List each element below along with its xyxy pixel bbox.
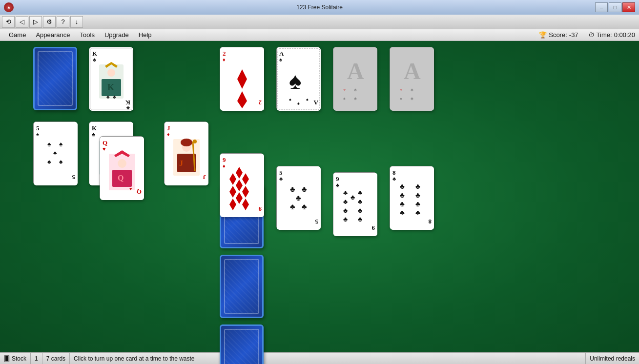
tableau-col-7-top[interactable]: 8 ♣ 8 ♣ ♣ ♣ ♣ ♣ ♣ ♣ ♣ [390,166,433,229]
svg-text:K: K [92,124,97,132]
foundation-2-diamonds[interactable]: 2 ♦ 2 [220,47,264,110]
time-display: ⏱ Time: 0:00:20 [588,31,635,39]
menu-appearance[interactable]: Appearance [31,29,75,40]
toolbar-btn-undo[interactable]: ⟲ [2,16,15,28]
status-area-label: 🂠 Stock [0,353,31,364]
svg-text:♠: ♠ [59,141,63,148]
toolbar-btn-settings[interactable]: ⚙ [43,16,56,28]
toolbar-btn-more[interactable]: ↓ [70,16,83,28]
svg-text:♣: ♣ [358,207,362,214]
svg-text:♣: ♣ [392,176,396,182]
svg-text:♣: ♣ [358,189,362,197]
toolbar-btn-back[interactable]: ◁ [16,16,28,28]
menu-tools[interactable]: Tools [75,29,100,40]
svg-text:9: 9 [258,205,262,213]
svg-text:K: K [107,82,114,92]
window-title: 123 Free Solitaire [296,4,343,11]
svg-text:♠: ♠ [59,158,63,165]
maximize-button[interactable]: □ [609,2,621,12]
svg-text:♣: ♣ [358,216,362,223]
tableau-col-3-jack[interactable]: J ♦ J J [164,121,208,185]
menu-upgrade[interactable]: Upgrade [100,29,134,40]
svg-text:♣: ♣ [343,216,348,223]
svg-text:2: 2 [223,50,226,57]
minimize-button[interactable]: – [595,2,608,12]
window-controls: – □ ✕ [595,2,635,12]
svg-rect-100 [333,173,377,236]
svg-text:♠: ♠ [306,97,309,102]
svg-text:♣: ♣ [296,194,301,202]
svg-text:♣: ♣ [106,94,110,100]
svg-text:♣: ♣ [400,191,405,199]
svg-text:♠: ♠ [297,101,300,106]
title-bar-left: ♠ [4,2,14,12]
close-button[interactable]: ✕ [622,2,635,12]
svg-text:♠: ♠ [279,57,282,62]
foundation-empty-2[interactable]: A ♥ ♣ ♠ ♣ [390,47,433,110]
svg-text:♣: ♣ [415,200,420,208]
svg-text:♥: ♥ [103,146,106,152]
app-icon: ♠ [4,2,14,12]
tableau-col-1[interactable]: 5 ♠ 5 ♠ ♠ ♠ ♠ ♠ [33,121,77,185]
score-value: -37 [569,31,578,39]
time-value: 0:00:20 [614,31,635,39]
title-bar: ♠ 123 Free Solitaire – □ ✕ [0,0,639,15]
foundation-ace-spades[interactable]: A ♠ A ♠ ♠ ♠ ♠ [276,47,320,110]
status-bar: 🂠 Stock 1 7 cards Click to turn up one c… [0,352,639,364]
svg-text:♣: ♣ [343,198,348,205]
svg-text:A: A [313,99,318,106]
svg-text:♣: ♣ [415,191,420,199]
svg-text:♣: ♣ [411,96,413,101]
svg-text:J: J [203,174,206,181]
svg-text:♦: ♦ [167,131,170,137]
svg-text:J: J [167,124,170,132]
svg-text:5: 5 [315,218,318,225]
svg-text:K: K [92,50,98,57]
score-icon: 🏆 [539,31,547,39]
foundation-empty-1[interactable]: A ♥ ♣ ♠ ♣ [333,47,377,110]
svg-text:5: 5 [36,124,40,132]
status-count: 1 [31,353,42,364]
svg-text:♣: ♣ [415,182,420,190]
tableau-col-4-top[interactable]: 9 ♦ 9 [220,153,264,217]
svg-text:5: 5 [279,169,283,176]
toolbar: ⟲ ◁ ▷ ⚙ ? ↓ [0,15,639,29]
menu-bar: Game Appearance Tools Upgrade Help 🏆 Sco… [0,29,639,41]
tableau-col-4-back-2 [220,255,264,318]
svg-text:8: 8 [392,169,396,176]
waste-top-card[interactable]: K ♣ K ♣ ♣ ♣ K [89,47,133,110]
svg-text:K: K [125,99,130,106]
tableau-col-6-top[interactable]: 9 ♣ 9 ♣ ♣ ♣ ♣ ♣ ♣ ♣ ♣ ♣ [333,172,377,236]
svg-text:♣: ♣ [350,194,355,201]
menu-help[interactable]: Help [134,29,157,40]
svg-text:9: 9 [223,156,226,163]
svg-text:Q: Q [118,174,124,182]
svg-text:♠: ♠ [53,149,57,157]
svg-text:♣: ♣ [411,87,413,92]
svg-text:♣: ♣ [290,185,295,193]
toolbar-btn-forward[interactable]: ▷ [29,16,42,28]
svg-text:♣: ♣ [336,182,339,188]
svg-point-63 [118,159,126,168]
svg-text:5: 5 [72,174,75,181]
svg-text:♣: ♣ [92,131,95,137]
game-area[interactable]: K ♣ K ♣ ♣ ♣ K 2 ♦ 2 [0,41,639,352]
svg-text:♥: ♥ [400,87,402,92]
svg-text:♠: ♠ [400,96,402,101]
status-redeals: Unlimited redeals [586,353,639,364]
svg-rect-113 [390,166,434,230]
svg-text:♠: ♠ [343,96,346,101]
tableau-col-5-top[interactable]: 5 ♣ 5 ♣ ♣ ♣ ♣ ♣ [276,166,320,229]
svg-text:♣: ♣ [290,202,295,211]
svg-text:Q: Q [103,139,107,146]
svg-text:♣: ♣ [302,202,307,211]
svg-text:♣: ♣ [126,105,130,111]
svg-text:♣: ♣ [415,209,420,217]
hud-container: 🏆 Score: -37 ⏱ Time: 0:00:20 [539,31,635,39]
menu-game[interactable]: Game [4,29,31,40]
tableau-col-2-queen[interactable]: Q ♥ Q Q ♥ [100,136,144,200]
stock-pile[interactable] [33,47,77,110]
svg-text:♣: ♣ [343,189,348,197]
svg-text:♣: ♣ [354,87,357,92]
toolbar-btn-help[interactable]: ? [57,16,69,28]
